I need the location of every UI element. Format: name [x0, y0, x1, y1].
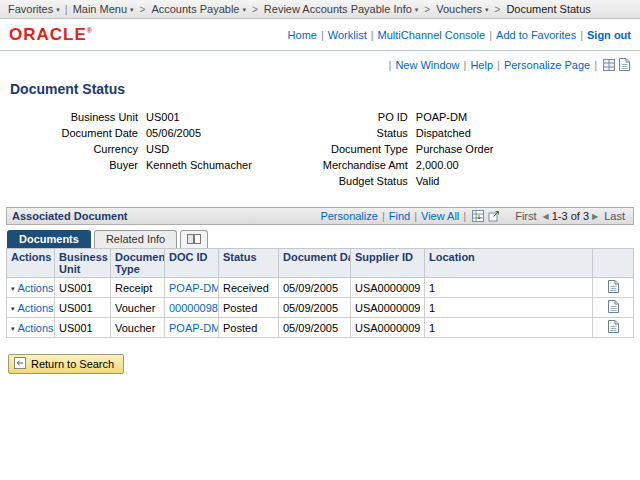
new-window-link[interactable]: New Window — [395, 59, 459, 71]
document-date-value: 05/06/2005 — [146, 127, 201, 140]
grid-header-bar: Associated Document Personalize | Find |… — [6, 207, 634, 225]
supplier-id-cell: USA0000009 — [351, 278, 425, 298]
breadcrumb-label: Accounts Payable — [151, 3, 239, 15]
multichannel-console-link[interactable]: MultiChannel Console — [378, 29, 486, 41]
field-row: Status Dispatched — [304, 127, 494, 140]
divider: | — [414, 210, 417, 222]
document-icon[interactable] — [608, 323, 619, 335]
last-link[interactable]: Last — [604, 210, 625, 222]
breadcrumb-label: Main Menu — [73, 3, 127, 15]
summary-right-column: PO ID POAP-DM Status Dispatched Document… — [304, 111, 494, 191]
column-header-document-type: Document Type — [111, 249, 165, 278]
divider: | — [382, 210, 385, 222]
document-icon[interactable] — [608, 303, 619, 315]
breadcrumb-item-vouchers[interactable]: Vouchers▾ — [436, 3, 488, 15]
po-id-label: PO ID — [304, 111, 416, 124]
document-date-cell: 05/09/2005 — [279, 318, 351, 338]
column-header-document-date: Document Date — [279, 249, 351, 278]
status-label: Status — [304, 127, 416, 140]
tab-documents[interactable]: Documents — [7, 230, 91, 248]
doc-id-cell: POAP-DM — [165, 318, 219, 338]
grid-title: Associated Document — [12, 210, 128, 222]
divider: | — [464, 59, 467, 71]
tab-related-info[interactable]: Related Info — [94, 230, 177, 248]
popout-icon[interactable] — [488, 210, 500, 222]
worklist-link[interactable]: Worklist — [328, 29, 367, 41]
home-link[interactable]: Home — [288, 29, 317, 41]
breadcrumb-label: Vouchers — [436, 3, 482, 15]
breadcrumb-item-document-status: Document Status — [506, 3, 590, 15]
add-to-favorites-link[interactable]: Add to Favorites — [496, 29, 576, 41]
currency-label: Currency — [28, 143, 146, 156]
business-unit-value: US001 — [146, 111, 180, 124]
doc-id-link[interactable]: POAP-DM — [169, 282, 219, 294]
divider: | — [389, 59, 392, 71]
find-link[interactable]: Find — [389, 210, 410, 222]
doc-id-cell: 00000098 — [165, 298, 219, 318]
grid-tabs: Documents Related Info — [7, 229, 634, 248]
brand-header: ORACLE® Home | Worklist | MultiChannel C… — [0, 19, 640, 51]
divider: | — [489, 29, 492, 41]
header-links: Home | Worklist | MultiChannel Console |… — [288, 29, 631, 41]
document-type-cell: Voucher — [111, 298, 165, 318]
divider: | — [594, 59, 597, 71]
business-unit-cell: US001 — [55, 318, 111, 338]
document-icon[interactable] — [608, 283, 619, 295]
breadcrumb-separator: > — [495, 4, 501, 15]
favorites-menu[interactable]: Favorites▾ — [8, 3, 60, 15]
doc-id-link[interactable]: POAP-DM — [169, 322, 219, 334]
registered-mark: ® — [87, 27, 93, 34]
table-row: ▾Actions US001 Voucher POAP-DM Posted 05… — [7, 318, 634, 338]
divider: | — [580, 29, 583, 41]
row-actions-link[interactable]: Actions — [18, 322, 54, 334]
status-cell: Posted — [219, 298, 279, 318]
column-header-doc-id: DOC ID — [165, 249, 219, 278]
location-cell: 1 — [425, 298, 593, 318]
breadcrumb-item-review-ap-info[interactable]: Review Accounts Payable Info▾ — [264, 3, 419, 15]
previous-page-icon[interactable]: ◀ — [543, 212, 549, 221]
document-icon-cell — [593, 318, 634, 338]
actions-cell: ▾Actions — [7, 298, 55, 318]
grid-pagination: First ◀ 1-3 of 3 ▶ Last — [512, 210, 628, 222]
download-icon[interactable] — [472, 210, 484, 222]
doc-id-link[interactable]: 00000098 — [169, 302, 218, 314]
business-unit-cell: US001 — [55, 298, 111, 318]
divider: | — [65, 3, 68, 15]
personalize-link[interactable]: Personalize — [320, 210, 377, 222]
field-row: PO ID POAP-DM — [304, 111, 494, 124]
business-unit-label: Business Unit — [28, 111, 146, 124]
document-type-cell: Voucher — [111, 318, 165, 338]
peoplesoft-window: Favorites▾ | Main Menu▾ > Accounts Payab… — [0, 0, 640, 480]
layout-grid-icon[interactable] — [603, 59, 615, 71]
breadcrumb: Favorites▾ | Main Menu▾ > Accounts Payab… — [0, 0, 640, 19]
sign-out-link[interactable]: Sign out — [587, 29, 631, 41]
business-unit-cell: US001 — [55, 278, 111, 298]
page-utility-bar: | New Window | Help | Personalize Page | — [0, 51, 640, 71]
first-link[interactable]: First — [515, 210, 536, 222]
actions-cell: ▾Actions — [7, 278, 55, 298]
table-header-row: Actions Business Unit Document Type DOC … — [7, 249, 634, 278]
return-to-search-label: Return to Search — [31, 358, 114, 370]
grid-toolbar: Personalize | Find | View All | First ◀ … — [320, 210, 628, 222]
copy-url-icon[interactable] — [619, 58, 630, 71]
po-id-link[interactable]: POAP-DM — [416, 111, 467, 124]
summary-left-column: Business Unit US001 Document Date 05/06/… — [28, 111, 252, 191]
divider: | — [463, 210, 466, 222]
breadcrumb-label: Review Accounts Payable Info — [264, 3, 412, 15]
view-all-link[interactable]: View All — [421, 210, 459, 222]
row-actions-link[interactable]: Actions — [18, 282, 54, 294]
document-icon-cell — [593, 298, 634, 318]
budget-status-label: Budget Status — [304, 175, 416, 188]
document-icon-cell — [593, 278, 634, 298]
help-link[interactable]: Help — [470, 59, 493, 71]
personalize-page-link[interactable]: Personalize Page — [504, 59, 590, 71]
field-row: Buyer Kenneth Schumacher — [28, 159, 252, 172]
next-page-icon[interactable]: ▶ — [592, 212, 598, 221]
return-to-search-button[interactable]: Return to Search — [8, 354, 124, 374]
field-row: Business Unit US001 — [28, 111, 252, 124]
breadcrumb-item-accounts-payable[interactable]: Accounts Payable▾ — [151, 3, 246, 15]
show-all-columns-tab[interactable] — [180, 230, 208, 248]
breadcrumb-separator: > — [252, 4, 258, 15]
breadcrumb-item-main-menu[interactable]: Main Menu▾ — [73, 3, 134, 15]
row-actions-link[interactable]: Actions — [18, 302, 54, 314]
